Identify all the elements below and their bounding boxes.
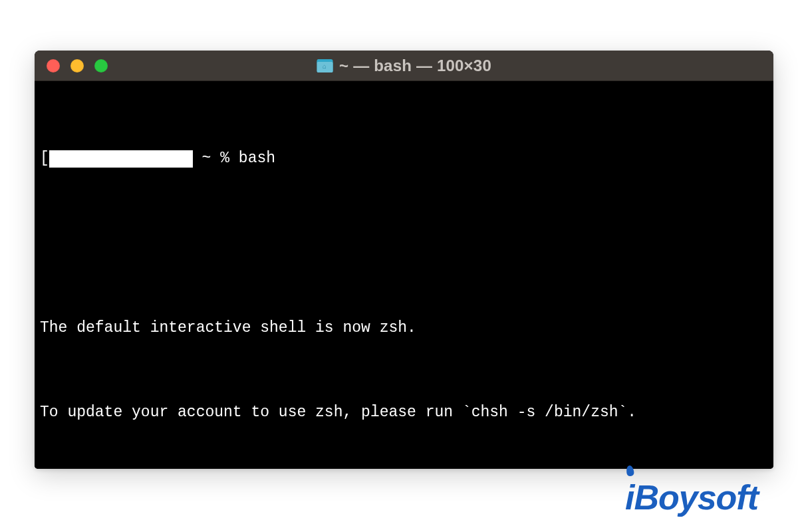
- close-icon[interactable]: [47, 59, 60, 72]
- prompt-text: [: [40, 148, 49, 170]
- home-folder-icon: ⌂: [317, 59, 332, 72]
- watermark-text: iBoysoft: [625, 477, 758, 517]
- command-text: bash: [239, 148, 275, 170]
- output-text: The default interactive shell is now zsh…: [40, 318, 416, 339]
- output-text: To update your account to use zsh, pleas…: [40, 402, 636, 424]
- window-title: ⌂ ~ — bash — 100×30: [317, 57, 491, 75]
- terminal-line: The default interactive shell is now zsh…: [35, 318, 773, 339]
- minimize-icon[interactable]: [70, 59, 84, 72]
- zoom-icon[interactable]: [94, 59, 108, 72]
- terminal-window: ⌂ ~ — bash — 100×30 [ ~ % bash The defau…: [35, 51, 773, 469]
- prompt-text: ~ %: [193, 148, 239, 170]
- window-title-text: ~ — bash — 100×30: [339, 57, 491, 75]
- redacted-username: [49, 150, 193, 168]
- window-controls: [35, 59, 108, 72]
- window-titlebar[interactable]: ⌂ ~ — bash — 100×30: [35, 51, 773, 81]
- watermark-logo: iBoysoft: [625, 477, 758, 517]
- terminal-body[interactable]: [ ~ % bash The default interactive shell…: [35, 81, 773, 469]
- terminal-line: [ ~ % bash: [35, 148, 773, 170]
- terminal-line: To update your account to use zsh, pleas…: [35, 402, 773, 424]
- terminal-line: [35, 233, 773, 254]
